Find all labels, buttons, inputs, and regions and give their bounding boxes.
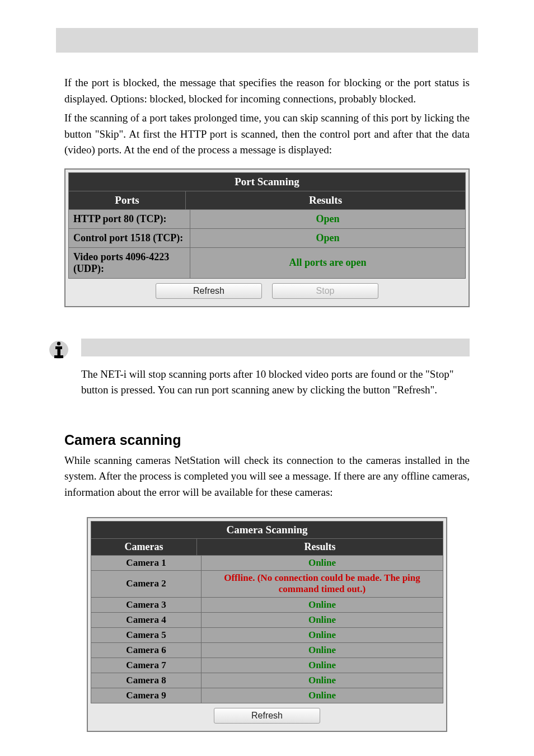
camera-row: Camera 5 Online <box>91 628 443 643</box>
ports-header: Ports <box>69 191 186 209</box>
camera-label: Camera 2 <box>91 571 202 597</box>
camera-status: Online <box>202 556 443 570</box>
camera-label: Camera 6 <box>91 643 202 658</box>
camera-row: Camera 6 Online <box>91 643 443 658</box>
note-text: The NET-i will stop scanning ports after… <box>81 367 470 398</box>
top-header-band <box>56 28 478 53</box>
port-row: Control port 1518 (TCP): Open <box>69 229 465 248</box>
camera-status: Online <box>202 658 443 673</box>
camera-status: Online <box>202 598 443 612</box>
port-result: Open <box>190 229 465 247</box>
camera-label: Camera 8 <box>91 673 202 688</box>
port-result: Open <box>190 210 465 228</box>
intro-paragraph-1: If the port is blocked, the message that… <box>64 75 470 107</box>
port-scanning-title: Port Scanning <box>69 173 465 191</box>
refresh-button[interactable]: Refresh <box>156 283 262 299</box>
svg-point-1 <box>57 341 60 345</box>
port-row: HTTP port 80 (TCP): Open <box>69 210 465 229</box>
camera-status: Online <box>202 628 443 642</box>
camera-paragraph: While scanning cameras NetStation will c… <box>64 453 470 501</box>
camera-row: Camera 3 Online <box>91 598 443 613</box>
camera-status: Online <box>202 643 443 658</box>
svg-rect-4 <box>54 355 63 358</box>
camera-status: Offline. (No connection could be made. T… <box>202 571 443 597</box>
camera-status: Online <box>202 688 443 703</box>
camera-row: Camera 1 Online <box>91 556 443 571</box>
camera-refresh-button[interactable]: Refresh <box>214 708 320 724</box>
camera-scanning-panel: Camera Scanning Cameras Results Camera 1… <box>87 517 447 732</box>
info-icon <box>48 339 70 360</box>
port-scanning-buttons: Refresh Stop <box>68 279 466 303</box>
camera-label: Camera 7 <box>91 658 202 673</box>
camera-label: Camera 4 <box>91 613 202 627</box>
port-result: All ports are open <box>190 248 465 278</box>
port-label: HTTP port 80 (TCP): <box>69 210 190 228</box>
results-header: Results <box>186 191 465 209</box>
camera-status: Online <box>202 673 443 688</box>
camera-label: Camera 1 <box>91 556 202 570</box>
camera-row: Camera 7 Online <box>91 658 443 673</box>
intro-paragraph-2: If the scanning of a port takes prolonge… <box>64 110 470 158</box>
port-label: Video ports 4096-4223 (UDP): <box>69 248 190 278</box>
port-scanning-panel: Port Scanning Ports Results HTTP port 80… <box>64 168 470 307</box>
camera-label: Camera 3 <box>91 598 202 612</box>
camera-status: Online <box>202 613 443 627</box>
stop-button[interactable]: Stop <box>272 283 378 299</box>
camera-row: Camera 9 Online <box>91 688 443 703</box>
camera-label: Camera 5 <box>91 628 202 642</box>
camera-label: Camera 9 <box>91 688 202 703</box>
camera-row: Camera 2 Offline. (No connection could b… <box>91 571 443 598</box>
port-label: Control port 1518 (TCP): <box>69 229 190 247</box>
note-band <box>81 339 470 356</box>
camera-row: Camera 8 Online <box>91 673 443 688</box>
camera-row: Camera 4 Online <box>91 613 443 628</box>
cameras-header: Cameras <box>91 539 197 555</box>
camera-scanning-buttons: Refresh <box>91 703 443 728</box>
camera-results-header: Results <box>197 539 443 555</box>
port-row: Video ports 4096-4223 (UDP): All ports a… <box>69 248 465 278</box>
camera-scanning-title: Camera Scanning <box>91 522 443 539</box>
svg-rect-3 <box>58 346 61 356</box>
camera-scanning-heading: Camera scanning <box>64 432 470 448</box>
